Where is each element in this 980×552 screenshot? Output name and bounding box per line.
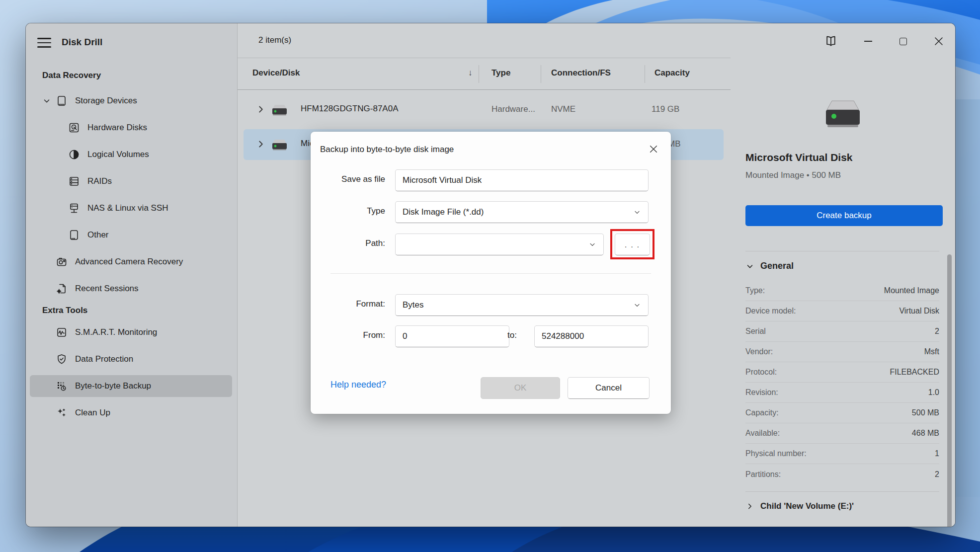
- sidebar-item-label: NAS & Linux via SSH: [87, 203, 168, 213]
- close-window-button[interactable]: [930, 33, 947, 49]
- dialog-divider: [330, 273, 651, 274]
- save-as-field-wrap: [395, 169, 649, 191]
- sidebar-item-label: Clean Up: [75, 408, 110, 418]
- ok-button[interactable]: OK: [481, 377, 560, 399]
- hardware-disks-icon: [68, 122, 80, 134]
- minimize-button[interactable]: [860, 33, 877, 49]
- sidebar-header: Disk Drill: [26, 23, 237, 70]
- divider: [745, 251, 939, 251]
- sidebar-item-recent-sessions[interactable]: Recent Sessions: [30, 278, 232, 300]
- sidebar-item-label: Storage Devices: [75, 96, 137, 106]
- chevron-down-icon: [633, 301, 641, 309]
- divider: [745, 491, 939, 492]
- sidebar-item-advanced-camera-recovery[interactable]: Advanced Camera Recovery: [30, 251, 232, 273]
- hamburger-menu-icon[interactable]: [37, 35, 54, 50]
- range-row: From: to:: [311, 325, 671, 347]
- cancel-button[interactable]: Cancel: [568, 377, 650, 399]
- byte-backup-icon: [56, 380, 68, 392]
- to-input[interactable]: [535, 326, 648, 347]
- dialog-close-button[interactable]: [646, 142, 661, 157]
- chevron-right-icon[interactable]: [255, 104, 266, 115]
- property-row: Revision: 1.0: [745, 383, 939, 403]
- path-label: Path:: [311, 238, 385, 248]
- type-row: Type Disk Image File (*.dd): [311, 201, 671, 223]
- column-header-capacity[interactable]: Capacity: [654, 68, 690, 78]
- device-connection: NVME: [551, 104, 575, 114]
- save-as-input[interactable]: [396, 170, 648, 191]
- property-row: Capacity: 500 MB: [745, 403, 939, 423]
- other-drive-icon: [68, 229, 80, 241]
- content-toolbar: 2 item(s): [238, 23, 731, 58]
- device-detail-name: Microsoft Virtual Disk: [745, 152, 853, 163]
- close-icon: [934, 36, 944, 46]
- chevron-down-icon[interactable]: [42, 96, 56, 105]
- device-details-panel: Microsoft Virtual Disk Mounted Image • 5…: [731, 23, 955, 527]
- to-field-wrap: [534, 325, 649, 347]
- device-capacity: 119 GB: [652, 104, 679, 114]
- sidebar-item-logical-volumes[interactable]: Logical Volumes: [30, 144, 232, 165]
- sidebar-section-data-recovery: Data Recovery: [26, 70, 237, 81]
- sidebar-item-clean-up[interactable]: Clean Up: [30, 402, 232, 424]
- disk-drive-illustration: [819, 97, 867, 133]
- save-as-label: Save as file: [311, 174, 385, 184]
- property-row: Physical number: 1: [745, 444, 939, 464]
- chevron-right-icon[interactable]: [255, 139, 266, 150]
- column-header-device-disk[interactable]: Device/Disk: [252, 68, 300, 78]
- table-row[interactable]: HFM128GDGTNG-87A0A Hardware... NVME 119 …: [244, 94, 724, 125]
- save-as-row: Save as file: [311, 169, 671, 191]
- column-header-connection-fs[interactable]: Connection/FS: [551, 68, 611, 78]
- chevron-down-icon: [588, 240, 596, 248]
- create-backup-button[interactable]: Create backup: [745, 205, 943, 226]
- column-header-type[interactable]: Type: [491, 68, 510, 78]
- child-volume-section-header[interactable]: Child 'New Volume (E:)': [745, 501, 854, 511]
- sidebar-item-nas-linux-ssh[interactable]: NAS & Linux via SSH: [30, 197, 232, 219]
- property-row: Available: 468 MB: [745, 423, 939, 444]
- sidebar-item-data-protection[interactable]: Data Protection: [30, 348, 232, 370]
- sidebar-item-label: Recent Sessions: [75, 284, 139, 294]
- dialog-title: Backup into byte-to-byte disk image: [320, 145, 454, 155]
- disk-drive-icon: [269, 138, 289, 152]
- path-select[interactable]: [395, 234, 604, 255]
- help-link[interactable]: Help needed?: [330, 380, 386, 390]
- smart-monitoring-icon: [56, 326, 68, 338]
- sidebar-item-raids[interactable]: RAIDs: [30, 170, 232, 192]
- browse-path-button[interactable]: . . .: [615, 234, 650, 255]
- chevron-down-icon: [633, 208, 641, 216]
- type-select[interactable]: Disk Image File (*.dd): [395, 201, 649, 223]
- general-section-header[interactable]: General: [745, 261, 794, 271]
- items-count: 2 item(s): [258, 35, 291, 45]
- maximize-button[interactable]: [895, 33, 911, 49]
- path-row: Path: . . .: [311, 234, 671, 255]
- sidebar-item-smart-monitoring[interactable]: S.M.A.R.T. Monitoring: [30, 321, 232, 343]
- chevron-down-icon: [745, 262, 754, 271]
- maximize-icon: [899, 38, 907, 45]
- format-select[interactable]: Bytes: [395, 294, 649, 316]
- knowledge-base-button[interactable]: [822, 33, 839, 49]
- sidebar-item-label: Byte-to-byte Backup: [75, 381, 151, 391]
- property-row: Protocol: FILEBACKED: [745, 362, 939, 383]
- sidebar-item-label: Other: [87, 230, 109, 240]
- sidebar: Disk Drill Data Recovery Storage Devices…: [26, 23, 238, 527]
- minimize-icon: [864, 41, 872, 42]
- logical-volumes-icon: [68, 149, 80, 160]
- close-icon: [649, 145, 658, 154]
- scrollbar[interactable]: [947, 254, 952, 527]
- sidebar-item-label: Hardware Disks: [87, 123, 147, 133]
- sidebar-item-byte-to-byte-backup[interactable]: Byte-to-byte Backup: [30, 375, 232, 397]
- app-title: Disk Drill: [62, 37, 102, 48]
- property-row: Vendor: Msft: [745, 342, 939, 362]
- chevron-right-icon: [745, 502, 754, 511]
- sort-descending-icon[interactable]: ↓: [468, 68, 473, 78]
- sidebar-item-hardware-disks[interactable]: Hardware Disks: [30, 117, 232, 139]
- sidebar-section-extra-tools: Extra Tools: [26, 305, 237, 316]
- sidebar-item-label: RAIDs: [87, 176, 112, 186]
- device-type: Hardware...: [491, 104, 535, 114]
- shield-check-icon: [56, 353, 68, 365]
- table-header: Device/Disk ↓ Type Connection/FS Capacit…: [238, 58, 731, 90]
- nas-icon: [68, 202, 80, 214]
- sidebar-item-label: S.M.A.R.T. Monitoring: [75, 327, 157, 337]
- sidebar-item-storage-devices[interactable]: Storage Devices: [30, 90, 232, 112]
- property-row: Partitions: 2: [745, 464, 939, 484]
- sessions-icon: [56, 283, 68, 295]
- sidebar-item-other[interactable]: Other: [30, 224, 232, 246]
